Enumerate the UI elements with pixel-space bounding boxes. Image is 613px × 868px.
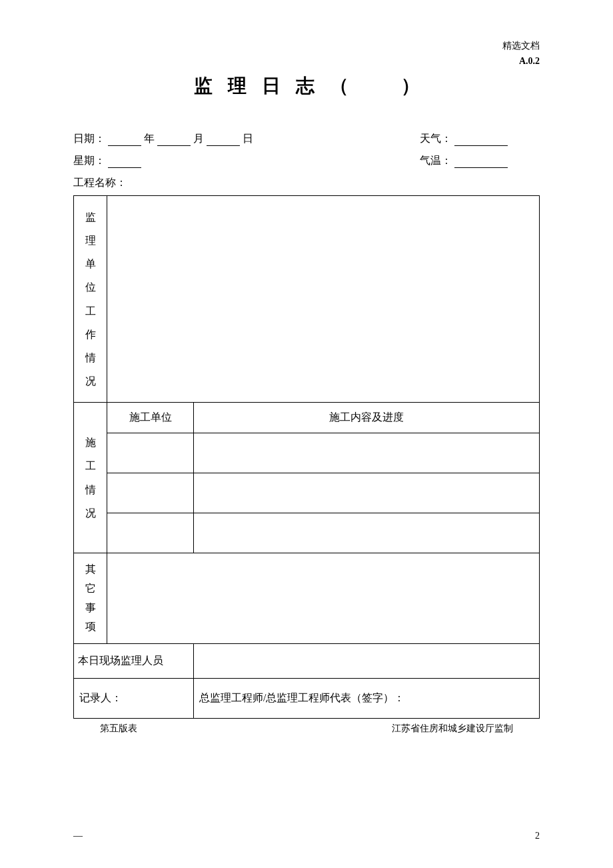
signature-row: 记录人： 总监理工程师/总监理工程师代表（签字）： — [74, 679, 540, 719]
recorder-cell[interactable]: 记录人： — [74, 679, 194, 719]
section-2-data-row-1 — [74, 433, 540, 473]
project-label: 工程名称： — [73, 177, 127, 188]
s3-c1: 其 — [79, 560, 101, 579]
s1-c1: 监 — [79, 205, 101, 229]
section-1-label-cell: 监 理 单 位 工 作 情 况 — [74, 196, 107, 403]
form-table: 监 理 单 位 工 作 情 况 施 工 情 况 施工单位 施工内容及进度 — [73, 195, 540, 719]
page-bottom: — 2 — [73, 831, 540, 841]
weekday-blank[interactable] — [108, 156, 141, 168]
page-title: 监 理 日 志 （ ） — [73, 73, 540, 99]
title-paren-open: （ — [330, 75, 348, 96]
s1-c3: 单 — [79, 252, 101, 275]
s1-c7: 情 — [79, 346, 101, 369]
title-paren-close: ） — [401, 75, 420, 96]
weather-blank[interactable] — [454, 134, 508, 146]
s2-c1: 施 — [79, 431, 101, 454]
page-number: 2 — [535, 831, 540, 841]
s2-c3: 情 — [79, 478, 101, 501]
section-3-content[interactable] — [107, 553, 540, 644]
section-1-content[interactable] — [107, 196, 540, 403]
s2-content-3[interactable] — [194, 513, 540, 553]
weekday-label: 星期： — [73, 155, 105, 166]
s1-c4: 位 — [79, 275, 101, 299]
s2-c2: 工 — [79, 454, 101, 477]
section-2-label-cell: 施 工 情 况 — [74, 403, 107, 553]
meta-row-1: 日期： 年 月 日 天气： — [73, 132, 540, 146]
month-blank[interactable] — [157, 134, 191, 146]
personnel-row: 本日现场监理人员 — [74, 644, 540, 679]
temp-blank[interactable] — [454, 156, 508, 168]
section-3-row: 其 它 事 项 — [74, 553, 540, 644]
personnel-content[interactable] — [194, 644, 540, 679]
footer-right: 江苏省住房和城乡建设厅监制 — [392, 723, 513, 735]
section-2-col2-header: 施工内容及进度 — [194, 403, 540, 433]
s2-c4: 况 — [79, 501, 101, 525]
date-label: 日期： — [73, 133, 105, 144]
weather-field: 天气： — [420, 132, 540, 146]
document-code: A.0.2 — [73, 56, 540, 67]
weather-label: 天气： — [420, 133, 452, 144]
year-blank[interactable] — [108, 134, 141, 146]
section-2-header-row: 施 工 情 况 施工单位 施工内容及进度 — [74, 403, 540, 433]
month-label: 月 — [193, 133, 204, 144]
footer-row: 第五版表 江苏省住房和城乡建设厅监制 — [73, 723, 540, 735]
section-2-col1-header: 施工单位 — [107, 403, 194, 433]
title-text: 监 理 日 志 — [194, 75, 320, 96]
s1-c8: 况 — [79, 369, 101, 393]
s2-unit-3[interactable] — [107, 513, 194, 553]
temp-label: 气温： — [420, 155, 452, 166]
date-field: 日期： 年 月 日 — [73, 132, 420, 146]
title-blank — [358, 75, 391, 96]
day-label: 日 — [243, 133, 253, 144]
s1-c5: 工 — [79, 299, 101, 323]
header-watermark: 精选文档 — [73, 40, 540, 52]
section-2-data-row-3 — [74, 513, 540, 553]
s3-c4: 项 — [79, 617, 101, 637]
temp-field: 气温： — [420, 154, 540, 168]
page-dash: — — [73, 831, 83, 841]
year-label: 年 — [144, 133, 155, 144]
s1-c6: 作 — [79, 323, 101, 346]
section-2-data-row-2 — [74, 473, 540, 513]
s3-c2: 它 — [79, 579, 101, 599]
s2-unit-1[interactable] — [107, 433, 194, 473]
section-3-label-cell: 其 它 事 项 — [74, 553, 107, 644]
meta-row-2: 星期： 气温： — [73, 154, 540, 168]
footer-left: 第五版表 — [100, 723, 137, 735]
personnel-label: 本日现场监理人员 — [74, 644, 194, 679]
s2-unit-2[interactable] — [107, 473, 194, 513]
section-1-row: 监 理 单 位 工 作 情 况 — [74, 196, 540, 403]
signature-cell[interactable]: 总监理工程师/总监理工程师代表（签字）： — [194, 679, 540, 719]
project-field: 工程名称： — [73, 176, 540, 190]
s3-c3: 事 — [79, 599, 101, 618]
s2-content-2[interactable] — [194, 473, 540, 513]
s1-c2: 理 — [79, 229, 101, 252]
weekday-field: 星期： — [73, 154, 420, 168]
day-blank[interactable] — [207, 134, 240, 146]
s2-content-1[interactable] — [194, 433, 540, 473]
